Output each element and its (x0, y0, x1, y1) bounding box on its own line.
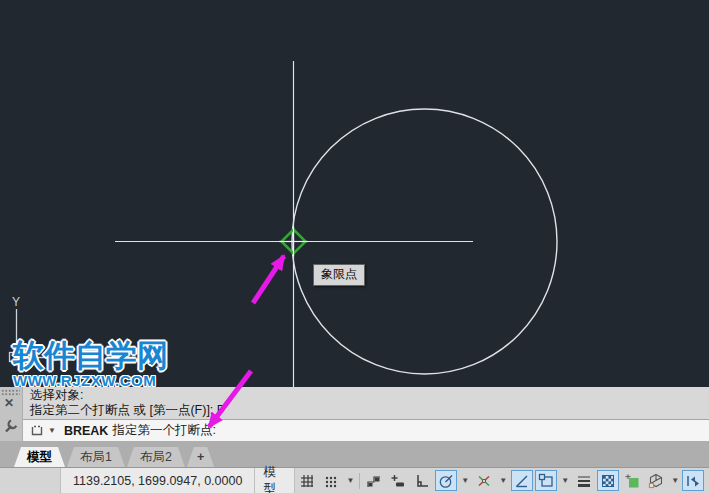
palette-grip-handle[interactable] (1, 389, 20, 396)
wrench-icon[interactable] (3, 418, 19, 434)
watermark-title: 软件自学网 (13, 340, 168, 371)
status-bar: 1139.2105, 1699.0947, 0.0000 模型 ▼ (0, 467, 709, 493)
ortho-icon[interactable] (411, 470, 433, 491)
history-line: 选择对象: (30, 388, 709, 403)
chevron-down-icon[interactable]: ▼ (559, 470, 571, 491)
transparency-icon[interactable] (597, 470, 619, 491)
command-area: 选择对象: 指定第二个打断点 或 [第一点(F)]: F ▼ BREAK 指定第… (23, 387, 709, 441)
command-input-line[interactable]: ▼ BREAK 指定第一个打断点: (23, 419, 709, 441)
model-space-toggle[interactable]: 模型 (255, 468, 295, 493)
model-space-canvas[interactable]: Y 象限点 软件自学网 WWW.RJZXW.COM (0, 0, 709, 387)
dynamic-input-icon[interactable] (387, 470, 409, 491)
chevron-down-icon[interactable]: ▼ (497, 470, 509, 491)
close-icon[interactable]: ✕ (4, 397, 14, 409)
polar-tracking-icon[interactable] (435, 470, 457, 491)
chevron-down-icon[interactable]: ▼ (344, 470, 356, 491)
osnap-icon[interactable] (535, 470, 557, 491)
snap-mode-icon[interactable] (363, 470, 385, 491)
watermark-url: WWW.RJZXW.COM (13, 373, 168, 387)
snap-icon[interactable] (320, 470, 342, 491)
command-prompt: 指定第一个打断点: (112, 422, 215, 439)
tab-layout1[interactable]: 布局1 (67, 447, 125, 467)
clean-screen-icon[interactable] (682, 470, 704, 491)
osnap-tracking-icon[interactable] (511, 470, 533, 491)
divider (359, 473, 360, 489)
drawing-entities[interactable]: Y (0, 0, 709, 387)
watermark: 软件自学网 WWW.RJZXW.COM (13, 340, 168, 387)
chevron-down-icon[interactable]: ▼ (669, 470, 681, 491)
layout-tab-bar: 模型 布局1 布局2 + (0, 441, 709, 467)
history-line: 指定第二个打断点 或 [第一点(F)]: F (30, 403, 709, 418)
snap-tooltip: 象限点 (313, 264, 365, 286)
command-palette-gutter: ✕ (0, 387, 23, 441)
ucs-y-label: Y (12, 295, 20, 309)
tab-layout2[interactable]: 布局2 (127, 447, 185, 467)
lineweight-icon[interactable] (573, 470, 595, 491)
3d-osnap-icon[interactable] (645, 470, 667, 491)
chevron-down-icon[interactable]: ▼ (48, 427, 56, 435)
command-history: 选择对象: 指定第二个打断点 或 [第一点(F)]: F (23, 387, 709, 419)
tab-model[interactable]: 模型 (14, 447, 65, 467)
coordinates-readout[interactable]: 1139.2105, 1699.0947, 0.0000 (60, 468, 255, 493)
command-palette: ✕ 选择对象: 指定第二个打断点 或 [第一点(F)]: F ▼ BREAK 指… (0, 387, 709, 441)
selection-cycling-icon[interactable] (621, 470, 643, 491)
command-line-icon[interactable] (30, 424, 44, 437)
new-layout-button[interactable]: + (187, 447, 214, 467)
crosshair-cursor (279, 227, 308, 256)
active-command-name: BREAK (64, 424, 108, 438)
grid-icon[interactable] (296, 470, 318, 491)
autocad-window: Y 象限点 软件自学网 WWW.RJZXW.COM (0, 0, 709, 493)
isometric-drafting-icon[interactable] (473, 470, 495, 491)
chevron-down-icon[interactable]: ▼ (459, 470, 471, 491)
